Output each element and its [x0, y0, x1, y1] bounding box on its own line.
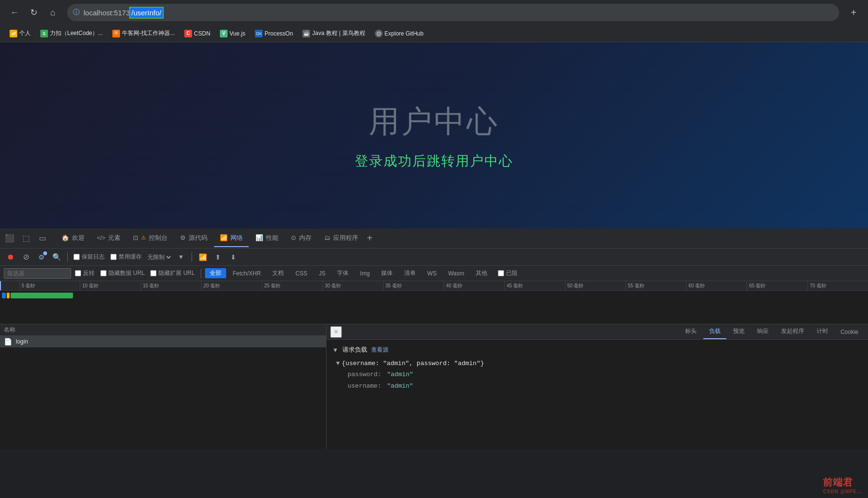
tab-application[interactable]: 🗂 应用程序 [318, 230, 364, 247]
payload-password-key: password: [348, 369, 385, 380]
settings-btn[interactable]: ⚙✓ [35, 250, 48, 264]
hide-data-url-checkbox[interactable]: 隐藏数据 URL [98, 269, 146, 277]
timeline-bars [0, 291, 868, 300]
detail-panel: × 标头 负载 预览 响应 发起程序 计时 Cookie ▼ 请求负载 查看源 … [326, 324, 868, 449]
tab-elements-label: 元素 [108, 234, 121, 242]
refresh-button[interactable]: ↻ [27, 6, 40, 19]
filter-input[interactable] [4, 268, 71, 279]
hide-data-url-label: 隐藏数据 URL [108, 269, 145, 277]
url-selected: /userInfo/ [130, 8, 163, 18]
detail-tab-preview[interactable]: 预览 [727, 324, 750, 339]
throttle-select[interactable]: 无限制 [145, 253, 172, 261]
tab-welcome-label: 欢迎 [72, 234, 84, 242]
bookmarks-bar: 📁 个人 S 力扣（LeetCode）... 牛 牛客网-找工作神器... C … [0, 25, 868, 42]
divider-2 [192, 252, 192, 262]
download-btn[interactable]: ⬇ [227, 250, 240, 264]
wifi-btn[interactable]: 📶 [196, 250, 209, 264]
tab-welcome[interactable]: 🏠 欢迎 [56, 230, 90, 247]
ruler-mark-2: 10 毫秒 [80, 281, 140, 290]
disable-cache-checkbox[interactable]: 禁用缓存 [108, 253, 144, 261]
throttle-dropdown-btn[interactable]: ▼ [174, 250, 188, 264]
title-bar: ← ↻ ⌂ ⓘ localhost:5173/userInfo/ + [0, 0, 868, 25]
filter-other-btn[interactable]: 其他 [471, 268, 492, 278]
request-list: 名称 📄 login [0, 324, 326, 449]
tab-sources[interactable]: ⚙ 源代码 [174, 230, 213, 247]
tab-console[interactable]: ⊡ ⚠ 控制台 [127, 230, 173, 247]
back-button[interactable]: ← [8, 6, 21, 19]
bookmark-leetcode[interactable]: S 力扣（LeetCode）... [36, 27, 107, 39]
devtools-inspect-btn[interactable]: ⬚ [18, 231, 34, 246]
filter-manifest-btn[interactable]: 清单 [399, 268, 421, 278]
bookmark-niuke[interactable]: 牛 牛客网-找工作神器... [108, 27, 179, 39]
detail-close-button[interactable]: × [330, 326, 342, 338]
ruler-mark-12: 60 毫秒 [686, 281, 747, 290]
invert-checkbox[interactable]: 反转 [73, 269, 96, 277]
filter-media-btn[interactable]: 媒体 [376, 268, 398, 278]
bookmark-vue[interactable]: V Vue.js [216, 28, 249, 39]
new-tab-button[interactable]: + [847, 6, 860, 19]
application-icon: 🗂 [324, 234, 330, 241]
memory-icon: ⊙ [291, 234, 296, 241]
tab-memory[interactable]: ⊙ 内存 [285, 230, 317, 247]
view-source-link[interactable]: 查看源 [371, 346, 388, 354]
filter-css-btn[interactable]: CSS [290, 269, 312, 278]
clear-button[interactable]: ⊘ [19, 250, 33, 264]
detail-tab-headers[interactable]: 标头 [679, 324, 702, 339]
filter-ws-btn[interactable]: WS [422, 269, 441, 278]
payload-username-key: username: [348, 380, 385, 391]
home-button[interactable]: ⌂ [46, 6, 60, 19]
filter-bar: 反转 隐藏数据 URL 隐藏扩展 URL 全部 Fetch/XHR 文档 CSS… [0, 266, 868, 281]
tab-performance[interactable]: 📊 性能 [250, 230, 284, 247]
devtools-toggle-btn[interactable]: ⬛ [2, 231, 17, 246]
filter-font-btn[interactable]: 字体 [332, 268, 353, 278]
record-button[interactable]: ⏺ [4, 250, 17, 264]
devtools-panel: ⬛ ⬚ ▭ 🏠 欢迎 </> 元素 ⊡ ⚠ 控制台 ⚙ 源代码 📶 网络 📊 性… [0, 228, 868, 449]
devtools-device-btn[interactable]: ▭ [35, 231, 50, 246]
filter-wasm-btn[interactable]: Wasm [443, 269, 469, 278]
filter-doc-btn[interactable]: 文档 [267, 268, 289, 278]
name-column-header: 名称 [4, 326, 15, 334]
filter-img-btn[interactable]: Img [355, 269, 374, 278]
search-button[interactable]: 🔍 [50, 250, 63, 264]
bookmark-personal[interactable]: 📁 个人 [6, 27, 35, 39]
request-item-login[interactable]: 📄 login [0, 336, 326, 347]
add-tab-button[interactable]: + [367, 233, 373, 244]
ruler-mark-0 [0, 281, 19, 290]
timeline-ruler: 5 毫秒 10 毫秒 15 毫秒 20 毫秒 25 毫秒 30 毫秒 35 毫秒… [0, 281, 868, 291]
bookmark-java[interactable]: ☕ Java 教程 | 菜鸟教程 [299, 27, 369, 39]
preserve-log-checkbox[interactable]: 保留日志 [72, 253, 107, 261]
tab-application-label: 应用程序 [333, 234, 358, 242]
devtools-actions: ⏺ ⊘ ⚙✓ 🔍 保留日志 禁用缓存 无限制 ▼ 📶 ⬆ ⬇ [0, 249, 868, 266]
bookmark-leetcode-label: 力扣（LeetCode）... [50, 29, 103, 37]
filter-fetch-xhr-btn[interactable]: Fetch/XHR [228, 269, 266, 278]
upload-btn[interactable]: ⬆ [211, 250, 225, 264]
bookmark-processon[interactable]: On ProcessOn [251, 28, 297, 39]
bookmark-csdn[interactable]: C CSDN [181, 28, 214, 39]
bookmark-github[interactable]: ⊙ Explore GitHub [371, 28, 427, 39]
detail-tab-payload[interactable]: 负载 [703, 324, 726, 339]
disable-cache-label: 禁用缓存 [119, 253, 142, 261]
payload-password-value: "admin" [387, 369, 413, 380]
detail-tab-timing[interactable]: 计时 [811, 324, 834, 339]
timeline: 5 毫秒 10 毫秒 15 毫秒 20 毫秒 25 毫秒 30 毫秒 35 毫秒… [0, 281, 868, 324]
has-blocked-checkbox[interactable]: 已阻 [496, 269, 519, 277]
detail-tab-initiator[interactable]: 发起程序 [775, 324, 810, 339]
payload-field-username: username: "admin" [348, 380, 862, 391]
ruler-mark-13: 65 毫秒 [747, 281, 807, 290]
url-display[interactable]: localhost:5173/userInfo/ [84, 8, 833, 18]
filter-js-btn[interactable]: JS [314, 269, 330, 278]
hide-ext-url-checkbox[interactable]: 隐藏扩展 URL [148, 269, 196, 277]
filter-all-btn[interactable]: 全部 [205, 268, 226, 278]
request-item-login-label: login [16, 338, 28, 345]
watermark: 前端君 CSDN @NPE... [823, 476, 862, 494]
console-warning-icon: ⚠ [141, 235, 146, 241]
preserve-log-label: 保留日志 [82, 253, 105, 261]
payload-root-arrow[interactable]: ▼ [336, 358, 340, 369]
bookmark-github-label: Explore GitHub [385, 30, 423, 37]
address-bar-container[interactable]: ⓘ localhost:5173/userInfo/ [67, 4, 839, 21]
payload-collapse-arrow[interactable]: ▼ [332, 346, 338, 354]
tab-elements[interactable]: </> 元素 [91, 230, 126, 247]
tab-network[interactable]: 📶 网络 [214, 230, 249, 247]
detail-tab-response[interactable]: 响应 [751, 324, 774, 339]
detail-tab-cookies[interactable]: Cookie [835, 326, 864, 339]
